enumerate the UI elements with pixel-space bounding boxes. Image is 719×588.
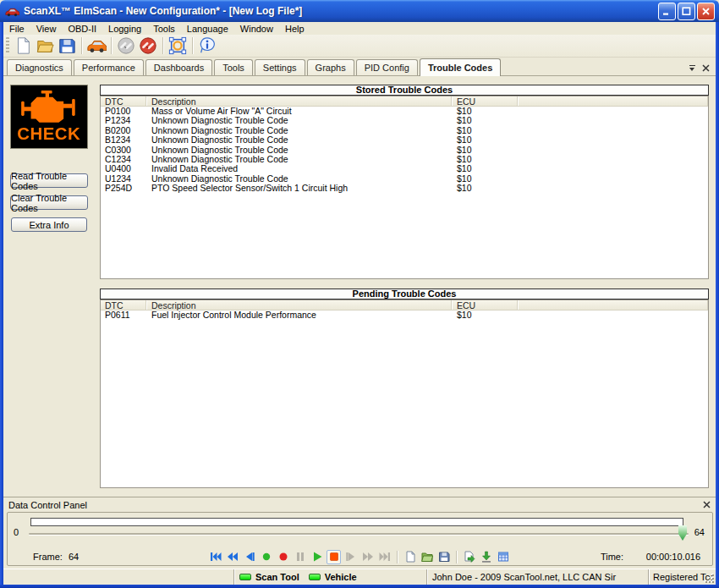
menu-tools[interactable]: Tools [147, 23, 181, 35]
column-header-dtc[interactable]: DTC [101, 300, 146, 310]
cell-dtc: P254D [101, 184, 146, 193]
table-row[interactable]: C0300 Unknown Diagnostic Trouble Code $1… [101, 146, 708, 155]
tab-menu-chevron-down-icon[interactable] [689, 65, 696, 72]
frame-slider-track[interactable] [29, 533, 689, 535]
about-button[interactable] [196, 36, 218, 56]
statusbar-user-section: John Doe - 2009 ScanTool.net, LLC CAN Si… [427, 569, 649, 585]
table-row[interactable]: B1234 Unknown Diagnostic Trouble Code $1… [101, 135, 708, 145]
menu-help[interactable]: Help [279, 23, 310, 35]
table-row[interactable]: P0611 Fuel Injector Control Module Perfo… [101, 310, 708, 320]
menu-logging[interactable]: Logging [102, 23, 147, 35]
step-forward-button[interactable] [343, 550, 358, 564]
statusbar: Scan Tool Vehicle John Doe - 2009 ScanTo… [3, 569, 716, 585]
step-back-icon [244, 551, 255, 563]
menu-language[interactable]: Language [181, 23, 234, 35]
stop-button[interactable] [327, 550, 341, 564]
close-button[interactable] [697, 3, 715, 20]
new-log-button[interactable] [403, 550, 417, 564]
titlebar[interactable]: ScanXL™ ElmScan - New Configuration* - [… [0, 0, 719, 22]
cell-dtc: P0100 [101, 107, 146, 116]
save-log-icon [438, 551, 450, 563]
toolbar-separator [162, 37, 163, 54]
extra-info-button[interactable]: Extra Info [11, 217, 87, 232]
tab-diagnostics[interactable]: Diagnostics [7, 59, 72, 75]
menu-file[interactable]: File [3, 23, 30, 35]
window-border-bottom [0, 585, 719, 588]
new-file-button[interactable] [12, 36, 34, 56]
tab-performance[interactable]: Performance [74, 59, 144, 75]
menubar: File View OBD-II Logging Tools Language … [3, 22, 716, 35]
import-log-icon [464, 551, 475, 563]
cell-dtc: U0400 [101, 164, 146, 173]
table-row[interactable]: C1234 Unknown Diagnostic Trouble Code $1… [101, 155, 708, 164]
column-header-ecu[interactable]: ECU [452, 96, 518, 106]
save-log-button[interactable] [436, 550, 451, 564]
pending-codes-list[interactable]: DTC Description ECU P0611 Fuel Injector … [100, 299, 709, 488]
menu-window[interactable]: Window [234, 23, 279, 35]
fast-forward-button[interactable] [360, 550, 375, 564]
tab-close-icon[interactable] [702, 64, 710, 72]
table-row[interactable]: P1234 Unknown Diagnostic Trouble Code $1… [101, 116, 708, 125]
data-control-panel-titlebar[interactable]: Data Control Panel [3, 497, 716, 512]
step-back-button[interactable] [242, 550, 256, 564]
stored-codes-list[interactable]: DTC Description ECU P0100 Mass or Volume… [100, 96, 709, 279]
table-row[interactable]: P0100 Mass or Volume Air Flow "A" Circui… [101, 107, 708, 116]
live-button[interactable] [259, 550, 273, 564]
table-row[interactable]: P254D PTO Speed Selector Sensor/Switch 1… [101, 184, 708, 193]
column-header-dtc[interactable]: DTC [101, 96, 146, 106]
column-header-spacer [518, 96, 708, 106]
app-logo-car-icon [4, 6, 19, 17]
resize-grip[interactable] [705, 574, 715, 584]
open-file-button[interactable] [34, 36, 56, 56]
disconnect-button[interactable] [137, 36, 159, 56]
menu-view[interactable]: View [30, 23, 63, 35]
table-row[interactable]: U1234 Unknown Diagnostic Trouble Code $1… [101, 174, 708, 184]
import-log-button[interactable] [462, 550, 476, 564]
data-control-panel-close-icon[interactable] [703, 501, 711, 508]
frame-slider-thumb[interactable] [678, 525, 688, 541]
cell-dtc: C1234 [101, 155, 146, 164]
scan-tool-status-label: Scan Tool [255, 572, 299, 582]
table-row[interactable]: B0200 Unknown Diagnostic Trouble Code $1… [101, 126, 708, 135]
tab-graphs[interactable]: Graphs [307, 59, 354, 75]
skip-end-button[interactable] [377, 550, 392, 564]
tab-tools[interactable]: Tools [214, 59, 253, 75]
minimize-button[interactable] [658, 3, 676, 20]
export-log-button[interactable] [479, 550, 493, 564]
clear-trouble-codes-button[interactable]: Clear Trouble Codes [10, 195, 88, 210]
save-file-button[interactable] [56, 36, 78, 56]
open-log-button[interactable] [420, 550, 434, 564]
open-folder-icon [36, 36, 54, 55]
cell-dtc: C0300 [101, 146, 146, 155]
skip-start-button[interactable] [208, 550, 222, 564]
column-header-description[interactable]: Description [146, 96, 452, 106]
connect-button[interactable] [115, 36, 137, 56]
column-header-ecu[interactable]: ECU [452, 300, 518, 310]
cell-description: Fuel Injector Control Module Performance [146, 310, 452, 320]
read-trouble-codes-button[interactable]: Read Trouble Codes [10, 173, 88, 188]
toolbar-grip[interactable] [6, 37, 9, 54]
cell-ecu: $10 [452, 146, 518, 155]
vehicle-icon [86, 36, 107, 55]
play-icon [311, 551, 323, 563]
stored-codes-header-row: DTC Description ECU [101, 96, 708, 107]
toolbar-separator [81, 37, 82, 54]
tab-dashboards[interactable]: Dashboards [145, 59, 212, 75]
column-header-description[interactable]: Description [146, 300, 452, 310]
table-row[interactable]: U0400 Invalid Data Received $10 [101, 164, 708, 173]
data-view-button[interactable] [496, 550, 510, 564]
menu-obd2[interactable]: OBD-II [62, 23, 102, 35]
pause-button[interactable] [293, 550, 307, 564]
pid-config-button[interactable] [167, 36, 189, 56]
tab-trouble-codes[interactable]: Trouble Codes [420, 58, 501, 76]
rewind-button[interactable] [225, 550, 239, 564]
time-value: 00:00:10.016 [646, 552, 700, 562]
record-button[interactable] [276, 550, 290, 564]
play-button[interactable] [310, 550, 324, 564]
tab-pid-config[interactable]: PID Config [356, 59, 418, 75]
stored-codes-body: P0100 Mass or Volume Air Flow "A" Circui… [101, 107, 708, 194]
maximize-button[interactable] [678, 3, 695, 20]
tab-settings[interactable]: Settings [255, 59, 305, 75]
stored-codes-title: Stored Trouble Codes [100, 85, 709, 96]
vehicle-button[interactable] [85, 36, 107, 56]
